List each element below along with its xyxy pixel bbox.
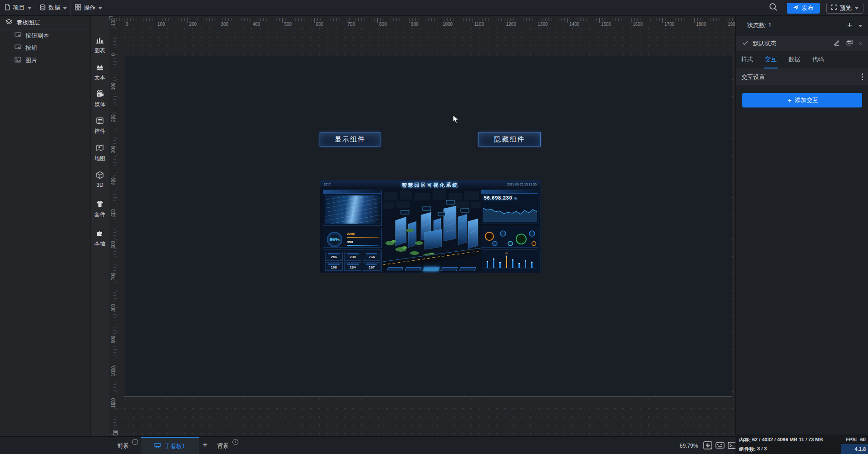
- layer-item-button[interactable]: 按钮: [0, 42, 90, 54]
- menu-operations-label: 操作: [84, 4, 96, 12]
- ruler-end-icon: [113, 430, 118, 435]
- v-ruler-label: 800: [111, 301, 116, 315]
- paper-plane-icon: [793, 5, 799, 12]
- dash-panel-gdp: 56,698,230 元: [481, 190, 538, 224]
- add-foreground-icon[interactable]: +: [132, 439, 138, 445]
- settings-tabs: 样式 交互 数据 代码: [736, 51, 868, 68]
- h-ruler-label: 1100: [474, 22, 484, 27]
- default-state-row[interactable]: 默认状态 ×: [736, 36, 868, 51]
- media-icon: [96, 90, 104, 99]
- zoom-level[interactable]: 69.79%: [680, 443, 698, 449]
- hide-component-label: 隐藏组件: [494, 135, 525, 144]
- layer-item-button-copy[interactable]: 按钮副本: [0, 29, 90, 42]
- tab-style[interactable]: 样式: [741, 55, 753, 63]
- local-icon: [96, 229, 104, 239]
- tool-label: 图表: [94, 47, 105, 54]
- tab-interaction[interactable]: 交互: [765, 55, 777, 63]
- tool-3d[interactable]: 3D: [91, 171, 109, 188]
- add-board-button[interactable]: +: [202, 440, 207, 450]
- h-ruler-label: 0: [126, 22, 128, 27]
- tab-code[interactable]: 代码: [812, 55, 824, 63]
- tool-text[interactable]: 文本: [91, 63, 109, 82]
- layers-panel: 看板图层 按钮副本 按钮 图片: [0, 16, 91, 436]
- dash-stat-2: 958: [347, 240, 379, 244]
- grid-icon: [75, 4, 81, 12]
- tool-chart[interactable]: 图表: [91, 36, 109, 54]
- hide-component-button[interactable]: 隐藏组件: [478, 132, 541, 146]
- components-value: 3 / 3: [757, 446, 767, 453]
- h-ruler-label: 900: [411, 22, 419, 27]
- subboard-tab[interactable]: 子看板1: [141, 437, 199, 454]
- layers-panel-title: 看板图层: [16, 19, 40, 27]
- h-ruler-label: 1600: [633, 22, 643, 27]
- tab-data[interactable]: 数据: [789, 55, 800, 63]
- dash-table-cell: 764: [363, 252, 380, 261]
- tool-local[interactable]: 本地: [91, 229, 109, 248]
- kebab-menu-icon[interactable]: [862, 73, 863, 80]
- bottom-bar: 前景 + 子看板1 + 背景 + 69.79%: [0, 436, 735, 454]
- v-ruler-label: 500: [111, 206, 116, 220]
- background-label[interactable]: 背景: [217, 442, 229, 450]
- h-ruler-label: 1400: [569, 22, 579, 27]
- artboard[interactable]: 显示组件 隐藏组件 智慧园区可视化系统 26°C 2021-06-25 15:3…: [124, 55, 732, 397]
- components-label: 组件数:: [739, 446, 756, 453]
- dash-panel-bars: 20: [481, 249, 538, 272]
- show-component-button[interactable]: 显示组件: [320, 132, 380, 146]
- close-icon[interactable]: ×: [858, 39, 863, 47]
- search-icon[interactable]: [769, 3, 778, 13]
- menu-data[interactable]: 数据: [35, 0, 71, 16]
- copy-icon[interactable]: [846, 39, 853, 47]
- tool-kit[interactable]: 套件: [91, 200, 109, 219]
- ruler-corner: [109, 16, 113, 20]
- keyboard-icon[interactable]: [715, 441, 725, 451]
- dash-table-cell: 108: [325, 262, 343, 271]
- v-ruler-label: 300: [111, 143, 116, 156]
- add-state-icon[interactable]: +: [847, 20, 852, 30]
- chevron-down-icon[interactable]: [858, 25, 862, 27]
- fps-value: 60: [860, 437, 866, 442]
- menubar: 项目 数据 操作 发布: [0, 0, 868, 16]
- memory-label: 内存:: [739, 437, 751, 444]
- edit-icon[interactable]: [833, 39, 840, 48]
- layer-item-image[interactable]: 图片: [0, 54, 90, 66]
- show-component-label: 显示组件: [335, 135, 365, 144]
- dash-gauge-value: 86%: [327, 232, 342, 247]
- h-ruler-label: 500: [284, 22, 292, 27]
- tool-label: 控件: [94, 127, 105, 135]
- tool-label: 文本: [94, 74, 105, 82]
- menu-project[interactable]: 项目: [0, 0, 35, 16]
- tool-media[interactable]: 媒体: [91, 90, 109, 108]
- chevron-down-icon: [99, 7, 102, 10]
- button-icon: [15, 32, 21, 39]
- fit-screen-icon[interactable]: [703, 441, 712, 451]
- preview-button[interactable]: 预览: [826, 3, 863, 14]
- h-ruler-label: 1300: [538, 22, 547, 27]
- dash-datetime: 2021-06-25 15:39:55: [507, 183, 537, 186]
- layers-icon: [5, 19, 12, 27]
- menu-data-label: 数据: [49, 4, 60, 12]
- svg-text:20: 20: [505, 251, 508, 254]
- kit-icon: [96, 200, 104, 210]
- dash-table-cell: 256: [325, 252, 343, 261]
- tool-map[interactable]: 地图: [91, 144, 109, 162]
- dash-bottom-nav: [375, 267, 488, 272]
- h-ruler-label: 1900: [728, 22, 735, 27]
- add-interaction-button[interactable]: ＋ 添加交互: [742, 93, 862, 107]
- button-icon: [15, 44, 21, 52]
- foreground-label[interactable]: 前景: [117, 442, 129, 450]
- chart-icon: [96, 36, 104, 45]
- dash-area-chart: [483, 204, 537, 223]
- section-title: 交互设置: [741, 73, 765, 81]
- tool-widget[interactable]: 控件: [91, 117, 109, 135]
- menu-operations[interactable]: 操作: [71, 0, 106, 16]
- v-ruler-label: 1000: [111, 364, 116, 378]
- add-background-icon[interactable]: +: [232, 439, 238, 445]
- add-interaction-label: 添加交互: [795, 96, 819, 104]
- publish-button[interactable]: 发布: [787, 3, 820, 14]
- park-3d-scene: [383, 189, 481, 273]
- dashboard-preview-image[interactable]: 智慧园区可视化系统 26°C 2021-06-25 15:39:55 86% 2…: [320, 180, 541, 273]
- tool-label: 3D: [96, 182, 103, 188]
- canvas-area[interactable]: 0100200300400500600700800900100011001200…: [109, 16, 735, 436]
- layers-panel-header[interactable]: 看板图层: [0, 16, 90, 29]
- menu-project-label: 项目: [13, 4, 25, 12]
